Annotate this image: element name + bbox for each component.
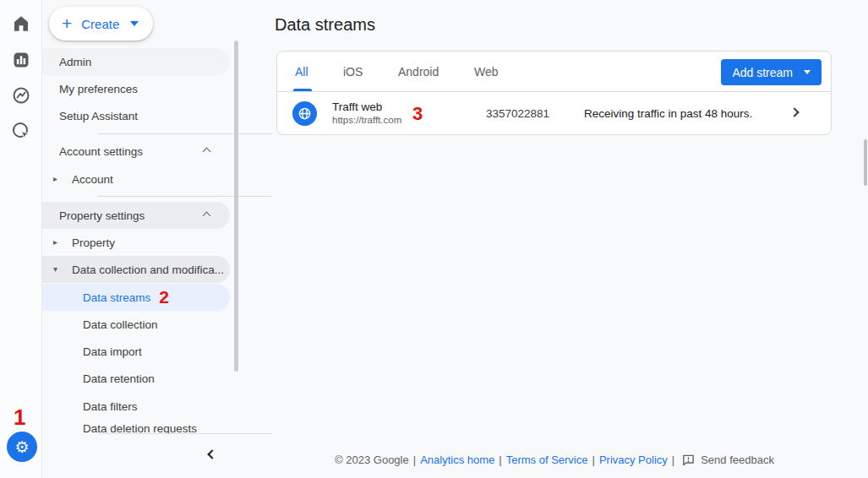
copyright-text: © 2023 Google [335, 454, 409, 466]
sidebar-item-admin[interactable]: Admin [42, 48, 230, 75]
privacy-policy-link[interactable]: Privacy Policy [599, 454, 668, 466]
gear-icon: ⚙ [14, 437, 29, 456]
expander-collapsed-icon[interactable]: ▸ [53, 174, 57, 183]
chevron-up-icon [203, 148, 211, 156]
sidebar-section-account-settings[interactable]: Account settings [42, 138, 230, 165]
sidebar-item-label: Data retention [83, 372, 155, 385]
expander-collapsed-icon[interactable]: ▸ [53, 237, 57, 247]
create-button-label: Create [81, 17, 119, 31]
data-streams-card: All iOS Android Web Add stream [276, 51, 832, 135]
annotation-step-1: 1 [14, 405, 25, 431]
analytics-home-link[interactable]: Analytics home [420, 454, 494, 466]
sidebar-item-label: Data filters [83, 400, 138, 413]
left-icon-rail: 1 ⚙ [0, 0, 42, 478]
tab-label: iOS [343, 65, 363, 79]
home-icon[interactable] [11, 14, 31, 34]
advertising-icon[interactable] [11, 121, 31, 141]
footer-separator: | [499, 454, 501, 466]
footer-separator: | [672, 454, 674, 466]
main-content: Data streams All iOS Android Web Add str… [241, 0, 868, 478]
explore-icon[interactable] [11, 85, 31, 106]
tab-android[interactable]: Android [398, 52, 439, 91]
stream-url: https://trafft.com [332, 115, 401, 125]
sidebar-item-property[interactable]: ▸ Property [42, 229, 230, 256]
stream-name-block: Trafft web https://trafft.com [332, 100, 401, 125]
create-button[interactable]: + Create [49, 7, 153, 41]
sidebar-item-data-collection[interactable]: Data collection [42, 311, 230, 338]
sidebar-item-account[interactable]: ▸ Account [42, 166, 230, 193]
section-label: Account settings [59, 145, 143, 158]
stream-row-trafft-web[interactable]: Trafft web https://trafft.com 3 33570228… [277, 92, 831, 135]
analytics-admin-screen: 1 ⚙ + Create Admin My preferences Setup … [0, 0, 868, 478]
footer-separator: | [413, 454, 416, 466]
chevron-down-icon [804, 70, 811, 74]
page-title: Data streams [275, 15, 375, 35]
add-stream-label: Add stream [732, 66, 793, 79]
sidebar-item-label: Admin [59, 56, 91, 68]
sidebar-item-label: Account [72, 173, 113, 186]
section-label: Property settings [59, 209, 145, 222]
sidebar-item-label: My preferences [59, 83, 138, 95]
expander-expanded-icon[interactable]: ▾ [53, 264, 57, 274]
tab-label: All [295, 65, 308, 79]
chevron-down-icon [130, 21, 139, 26]
tab-ios[interactable]: iOS [343, 52, 363, 91]
sidebar-item-label: Data deletion requests [83, 422, 197, 433]
admin-sidebar: + Create Admin My preferences Setup Assi… [42, 0, 241, 478]
sidebar-item-label: Setup Assistant [59, 110, 138, 122]
admin-gear-button[interactable]: ⚙ [7, 432, 37, 462]
sidebar-item-setup-assistant[interactable]: Setup Assistant [42, 102, 230, 129]
sidebar-item-label: Data collection [83, 318, 158, 331]
sidebar-item-data-collection-and-modification[interactable]: ▾ Data collection and modifica... [42, 256, 230, 283]
terms-of-service-link[interactable]: Terms of Service [506, 454, 588, 466]
sidebar-item-label: Data streams [83, 291, 150, 304]
chevron-up-icon [203, 212, 211, 220]
sidebar-item-my-preferences[interactable]: My preferences [42, 75, 230, 102]
globe-icon [298, 106, 312, 121]
feedback-icon [682, 454, 695, 466]
add-stream-button[interactable]: Add stream [721, 59, 822, 85]
send-feedback-link[interactable]: Send feedback [701, 454, 774, 466]
sidebar-scrollbar[interactable] [234, 41, 238, 372]
sidebar-item-data-deletion-requests[interactable]: Data deletion requests [42, 421, 230, 433]
tab-label: Android [398, 65, 439, 79]
footer: © 2023 Google | Analytics home | Terms o… [241, 454, 868, 466]
web-stream-badge [292, 101, 317, 126]
annotation-step-2: 2 [159, 290, 169, 305]
chevron-right-icon[interactable] [789, 107, 799, 117]
sidebar-item-label: Data collection and modifica... [72, 263, 224, 276]
sidebar-item-data-streams[interactable]: Data streams 2 [42, 284, 230, 311]
tab-label: Web [474, 65, 499, 79]
sidebar-item-data-filters[interactable]: Data filters [42, 393, 230, 420]
stream-id: 3357022881 [486, 107, 549, 120]
stream-status: Receiving traffic in past 48 hours. [584, 107, 752, 120]
stream-name: Trafft web [332, 100, 401, 113]
sidebar-item-label: Property [72, 236, 115, 249]
footer-separator: | [592, 454, 594, 466]
sidebar-collapse-button[interactable] [205, 448, 217, 460]
sidebar-item-data-import[interactable]: Data import [42, 338, 230, 365]
chevron-left-icon [207, 449, 216, 459]
tab-web[interactable]: Web [474, 52, 499, 91]
plus-icon: + [62, 15, 72, 32]
sidebar-item-label: Data import [83, 345, 142, 358]
sidebar-section-property-settings[interactable]: Property settings [42, 202, 230, 229]
annotation-step-3: 3 [412, 103, 423, 125]
sidebar-item-data-retention[interactable]: Data retention [42, 365, 230, 392]
page-scrollbar[interactable] [864, 139, 867, 186]
tab-all[interactable]: All [295, 52, 308, 91]
reports-icon[interactable] [11, 50, 31, 70]
